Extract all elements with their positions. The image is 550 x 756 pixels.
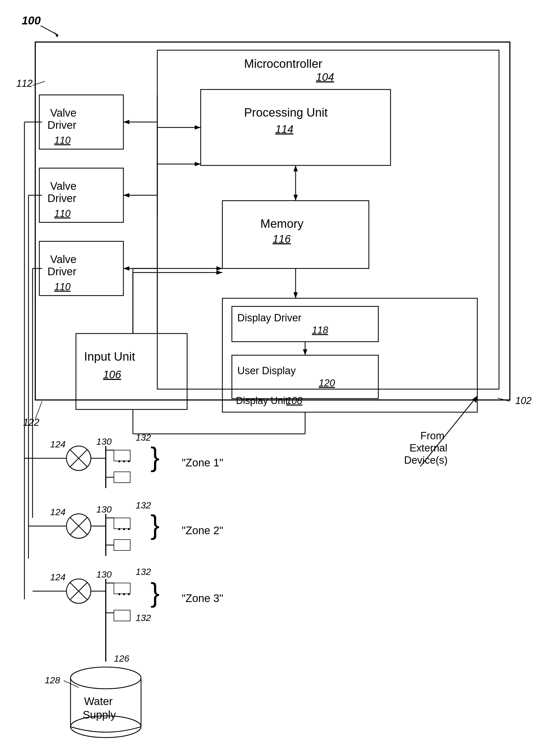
- water-supply-label2: Supply: [83, 709, 116, 721]
- valve-driver-2-label2: Driver: [47, 192, 76, 204]
- label-102: 102: [515, 395, 532, 406]
- memory-number: 116: [273, 233, 291, 245]
- input-unit-number: 106: [103, 369, 121, 380]
- svg-rect-48: [114, 472, 130, 483]
- label-124-2: 124: [50, 507, 66, 517]
- label-112: 112: [16, 78, 33, 89]
- svg-rect-58: [114, 540, 130, 550]
- zone3-label: "Zone 3": [182, 592, 223, 604]
- svg-marker-33: [123, 266, 129, 271]
- svg-rect-5: [157, 50, 499, 389]
- dots-2: • • •: [118, 525, 130, 533]
- valve-driver-1-label: Valve: [50, 107, 76, 119]
- brace-zone1: }: [151, 442, 159, 472]
- svg-marker-80: [472, 396, 477, 403]
- processing-unit-label: Processing Unit: [244, 106, 328, 119]
- display-unit-number: 108: [286, 395, 302, 406]
- svg-line-4: [33, 81, 45, 85]
- svg-marker-12: [293, 292, 298, 298]
- label-132-2: 132: [136, 500, 151, 510]
- label-130-1: 130: [96, 436, 112, 447]
- svg-rect-10: [222, 201, 369, 268]
- svg-marker-31: [123, 193, 129, 197]
- valve-driver-1-number: 110: [54, 135, 71, 146]
- label-130-2: 130: [96, 504, 112, 514]
- external-device-label-2: External: [410, 442, 447, 454]
- input-unit-label: Input Unit: [84, 350, 135, 363]
- diagram-container: 100 102 112 Microcontroller 104 Processi…: [0, 0, 550, 756]
- svg-rect-68: [114, 610, 130, 621]
- label-128: 128: [45, 675, 60, 685]
- svg-marker-21: [216, 270, 222, 275]
- dots-1: • • •: [118, 457, 130, 465]
- microcontroller-label: Microcontroller: [244, 57, 322, 70]
- valve-driver-3-number: 110: [54, 281, 71, 292]
- memory-label: Memory: [260, 217, 303, 230]
- svg-marker-86: [216, 266, 222, 271]
- valve-driver-2-number: 110: [54, 208, 71, 219]
- display-driver-number: 118: [312, 325, 328, 336]
- label-132-3a: 132: [136, 566, 151, 577]
- svg-marker-24: [195, 162, 201, 166]
- user-display-number: 120: [319, 377, 335, 389]
- display-unit-label: Display Unit: [236, 395, 288, 406]
- svg-marker-8: [293, 165, 298, 171]
- brace-zone3: }: [151, 577, 159, 608]
- label-124-3: 124: [50, 572, 66, 582]
- svg-rect-17: [232, 355, 378, 399]
- valve-driver-3-label: Valve: [50, 253, 76, 265]
- processing-unit-number: 114: [275, 123, 293, 135]
- label-124-1: 124: [50, 439, 66, 449]
- external-device-label-1: From: [420, 430, 445, 441]
- svg-point-75: [71, 667, 141, 689]
- svg-rect-14: [232, 306, 378, 342]
- svg-rect-6: [201, 89, 391, 165]
- svg-line-35: [35, 401, 42, 419]
- label-130-3: 130: [96, 569, 112, 579]
- valve-driver-3-label2: Driver: [47, 265, 76, 277]
- user-display-label: User Display: [237, 365, 296, 376]
- valve-driver-2-label: Valve: [50, 180, 76, 192]
- svg-marker-29: [123, 120, 129, 124]
- label-122: 122: [23, 417, 39, 428]
- brace-zone2: }: [151, 510, 159, 540]
- label-132-3b: 132: [136, 613, 151, 623]
- display-driver-label: Display Driver: [237, 312, 302, 323]
- microcontroller-number: 104: [316, 71, 334, 83]
- svg-marker-16: [303, 349, 307, 355]
- title-100: 100: [22, 14, 41, 27]
- svg-marker-9: [293, 195, 298, 201]
- label-126: 126: [114, 653, 129, 664]
- svg-marker-89: [195, 125, 201, 130]
- zone2-label: "Zone 2": [182, 524, 223, 536]
- dots-3: • • •: [118, 590, 130, 598]
- svg-rect-18: [76, 334, 187, 409]
- valve-driver-1-label2: Driver: [47, 119, 76, 131]
- water-supply-label: Water: [84, 695, 113, 707]
- zone1-label: "Zone 1": [182, 457, 223, 469]
